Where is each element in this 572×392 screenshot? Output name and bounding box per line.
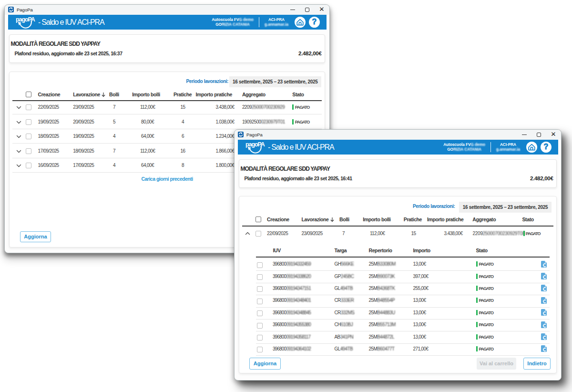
svg-text:pagoPA: pagoPA <box>16 16 35 23</box>
svg-text:pagoPA: pagoPA <box>245 141 265 148</box>
